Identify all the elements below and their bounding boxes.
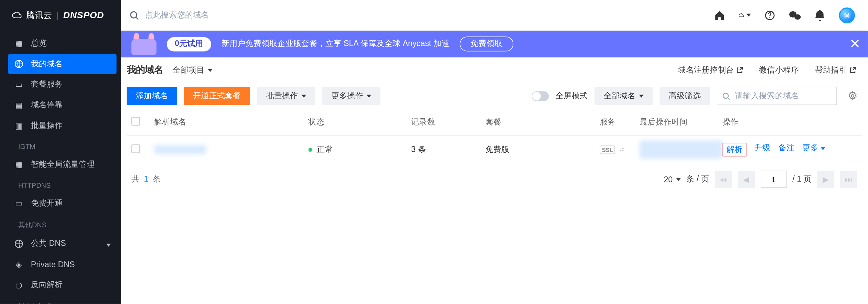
unlock-icon: ▭	[14, 198, 24, 208]
last-page-button[interactable]: ⏭	[840, 171, 857, 188]
cloud-menu-icon[interactable]	[738, 9, 751, 22]
domains-table: 解析域名 状态 记录数 套餐 服务 最后操作时间 操作 ████████ 正常 …	[121, 108, 868, 163]
next-page-button[interactable]: ▶	[817, 171, 834, 188]
sidebar-item-batch-ops[interactable]: ▥批量操作	[8, 115, 116, 136]
sidebar-item-label: 总览	[31, 38, 47, 48]
project-selector[interactable]: 全部项目	[172, 65, 212, 75]
fullscreen-toggle[interactable]	[532, 91, 549, 101]
activate-plan-button[interactable]: 开通正式套餐	[184, 87, 250, 105]
user-avatar[interactable]: M	[839, 7, 855, 23]
sidebar-item-domain-parking[interactable]: ▤域名停靠	[8, 95, 116, 116]
add-domain-button[interactable]: 添加域名	[127, 87, 177, 105]
domain-filter-dropdown[interactable]: 全部域名	[594, 87, 653, 105]
row-actions: 解析 升级 备注 更多	[722, 142, 857, 156]
more-ops-dropdown[interactable]: 更多操作	[322, 87, 380, 105]
table-row: ████████ 正常 3 条 免费版 SSL⠴ ████-██-██ ██:█…	[127, 136, 862, 163]
sidebar-item-igtm[interactable]: ▦智能全局流量管理	[8, 154, 116, 175]
col-plan: 套餐	[485, 117, 600, 127]
svg-point-6	[794, 14, 801, 19]
external-icon	[736, 67, 743, 74]
globe-icon	[14, 59, 24, 69]
sidebar-item-private-dns[interactable]: ◈Private DNS	[8, 254, 116, 275]
status-dot-icon	[308, 148, 312, 152]
sidebar: 腾讯云 | DNSPOD ▦总览 我的域名 ▭套餐服务 ▤域名停靠 ▥批量操作 …	[0, 0, 121, 304]
sidebar-item-label: 套餐服务	[31, 79, 63, 90]
page-number-input[interactable]	[760, 171, 786, 188]
row-checkbox[interactable]	[131, 144, 140, 153]
svg-point-8	[851, 95, 854, 97]
wechat-icon[interactable]	[789, 9, 801, 22]
home-icon[interactable]	[713, 9, 726, 22]
domain-search-input[interactable]: 请输入搜索的域名	[717, 87, 837, 105]
action-resolve[interactable]: 解析	[722, 142, 747, 156]
pagination: 20 条 / 页 ⏮ ◀ / 1 页 ▶ ⏭	[664, 171, 857, 188]
banner-cta-button[interactable]: 免费领取	[460, 36, 513, 51]
external-icon	[849, 67, 856, 74]
sidebar-item-label: 反向解析	[31, 280, 63, 290]
select-all-checkbox[interactable]	[131, 117, 140, 125]
settings-icon[interactable]	[844, 87, 862, 105]
svg-point-7	[723, 93, 728, 98]
top-icons: M	[713, 7, 855, 23]
link-wechat-miniprogram[interactable]: 微信小程序	[759, 65, 799, 75]
sidebar-section-httpdns: HTTPDNS	[8, 175, 116, 193]
prev-page-button[interactable]: ◀	[738, 171, 755, 188]
col-status: 状态	[308, 117, 411, 127]
close-icon[interactable]	[850, 39, 860, 50]
domain-name-redacted[interactable]: ████████	[154, 145, 206, 154]
panels-icon: ▤	[14, 100, 24, 110]
toolbar: 添加域名 开通正式套餐 批量操作 更多操作 全屏模式 全部域名 高级筛选 请输入…	[121, 83, 868, 108]
sidebar-item-free-activate[interactable]: ▭免费开通	[8, 193, 116, 214]
sidebar-item-overview[interactable]: ▦总览	[8, 33, 116, 54]
page-size-selector[interactable]: 20	[664, 175, 681, 184]
header-links: 域名注册控制台 微信小程序 帮助指引	[678, 65, 856, 75]
trial-badge: 0元试用	[167, 37, 211, 51]
share-icon[interactable]: ⠴	[619, 144, 625, 154]
sidebar-section-otherdns: 其他DNS	[8, 214, 116, 234]
svg-point-4	[769, 17, 770, 18]
first-page-button[interactable]: ⏮	[715, 171, 732, 188]
sidebar-item-reverse-dns[interactable]: ⭯反向解析	[8, 274, 116, 295]
promo-banner: 0元试用 新用户免费领取企业版套餐，立享 SLA 保障及全球 Anycast 加…	[121, 31, 868, 57]
sidebar-item-plan-services[interactable]: ▭套餐服务	[8, 74, 116, 95]
col-time: 最后操作时间	[640, 117, 722, 127]
help-icon[interactable]	[763, 9, 776, 22]
caret-down-icon	[208, 69, 212, 72]
brand-bar: 腾讯云 | DNSPOD	[0, 0, 121, 31]
search-placeholder: 点此搜索您的域名	[145, 10, 209, 20]
search-icon	[129, 10, 139, 20]
per-page-label: 条 / 页	[686, 174, 709, 184]
brand-dnspod[interactable]: DNSPOD	[63, 10, 104, 21]
link-help-guide[interactable]: 帮助指引	[815, 65, 856, 75]
bell-icon[interactable]	[814, 9, 827, 22]
col-domain: 解析域名	[154, 117, 308, 127]
col-ops: 操作	[722, 117, 857, 127]
sidebar-item-label: 智能全局流量管理	[31, 159, 95, 170]
plan-name: 免费版	[485, 144, 600, 154]
action-upgrade[interactable]: 升级	[754, 142, 770, 156]
project-label: 全部项目	[172, 65, 204, 75]
global-search[interactable]: 点此搜索您的域名	[129, 10, 702, 20]
sidebar-item-label: 我的域名	[31, 59, 63, 69]
col-records: 记录数	[411, 117, 485, 127]
sidebar-item-my-domains[interactable]: 我的域名	[8, 54, 116, 74]
banner-text: 新用户免费领取企业版套餐，立享 SLA 保障及全球 Anycast 加速	[222, 39, 449, 49]
advanced-filter-button[interactable]: 高级筛选	[660, 87, 710, 105]
table-header: 解析域名 状态 记录数 套餐 服务 最后操作时间 操作	[127, 108, 862, 136]
sidebar-section-domain-cert: 域名与证书	[8, 295, 116, 304]
sidebar-item-label: Private DNS	[31, 260, 75, 269]
record-count: 3 条	[411, 144, 485, 154]
action-more[interactable]: 更多	[802, 142, 825, 156]
traffic-icon: ▦	[14, 159, 24, 170]
sidebar-nav: ▦总览 我的域名 ▭套餐服务 ▤域名停靠 ▥批量操作 IGTM ▦智能全局流量管…	[0, 31, 121, 304]
cloud-icon	[11, 11, 23, 19]
page-title: 我的域名	[127, 64, 163, 76]
main-content: 点此搜索您的域名 M 0元试用 新用户免费领取企业版套餐，立享 SLA 保障及全…	[121, 0, 868, 304]
action-remark[interactable]: 备注	[779, 142, 794, 156]
table-footer: 共 1 条 20 条 / 页 ⏮ ◀ / 1 页 ▶ ⏭	[121, 163, 868, 195]
sidebar-item-public-dns[interactable]: 公共 DNS	[8, 234, 116, 254]
search-icon	[722, 91, 730, 100]
batch-ops-dropdown[interactable]: 批量操作	[257, 87, 315, 105]
tencent-cloud-logo[interactable]: 腾讯云	[11, 10, 52, 21]
link-domain-registry[interactable]: 域名注册控制台	[678, 65, 743, 75]
